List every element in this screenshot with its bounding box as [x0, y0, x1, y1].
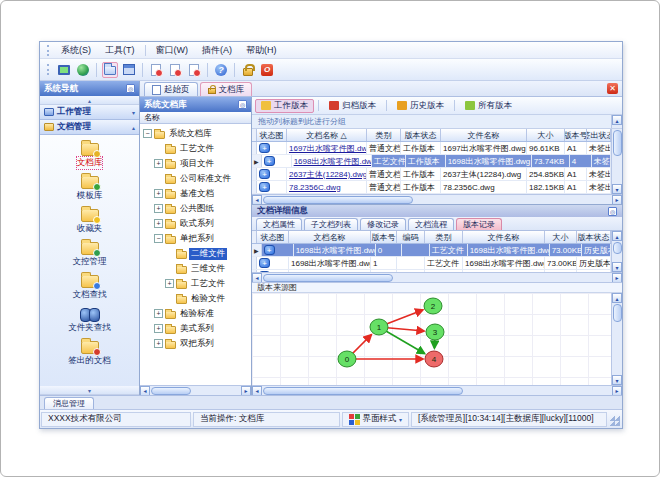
table-row[interactable]: +78.2356C.dwg普通文档工作版本78.2356C.dwg182.15K… [252, 181, 611, 194]
document-link[interactable]: 78.2356C.dwg [289, 183, 341, 192]
tree-node-工艺文件[interactable]: 工艺文件 [140, 141, 251, 156]
column-header-状态图[interactable]: 状态图 [257, 231, 289, 243]
chevron-up-icon[interactable]: ▴ [132, 124, 135, 131]
detail-tab-修改记录[interactable]: 修改记录 [360, 218, 406, 230]
menu-item-3[interactable]: 插件(A) [196, 43, 238, 58]
work-table-hscrollbar[interactable]: ◂▸ [252, 194, 622, 204]
sidebar-group-1[interactable]: 文档管理▴ [40, 120, 139, 135]
tab-message-management[interactable]: 消息管理 [44, 397, 94, 409]
globe-icon[interactable] [75, 62, 91, 78]
sidebar-item-3[interactable]: 文控管理 [44, 238, 136, 271]
display-icon[interactable] [56, 62, 72, 78]
tree-toggle-icon[interactable]: + [154, 159, 163, 168]
sidebar-collapse-strip-bottom[interactable]: ▾ [40, 386, 139, 395]
tree-node-公司标准文件[interactable]: 公司标准文件 [140, 171, 251, 186]
tree-node-基准文档[interactable]: +基准文档 [140, 186, 251, 201]
version-filter-所有版本[interactable]: 所有版本 [459, 99, 518, 113]
sidebar-collapse-strip-top[interactable]: ▴ [40, 96, 139, 105]
tree-toggle-icon[interactable]: + [165, 279, 174, 288]
tree-node-二维文件[interactable]: 二维文件 [140, 246, 251, 261]
tree-node-工艺文件[interactable]: +工艺文件 [140, 276, 251, 291]
menu-item-0[interactable]: 系统(S) [55, 43, 97, 58]
menu-grip[interactable] [47, 45, 50, 56]
detail-tab-子文档列表[interactable]: 子文档列表 [304, 218, 358, 230]
pin-icon[interactable]: ◎ [126, 84, 135, 93]
pin-icon[interactable]: ◎ [608, 207, 617, 216]
column-header-大小[interactable]: 大小 [527, 129, 565, 141]
document-link[interactable]: 1698出水嘴零件图.dwg [294, 156, 372, 167]
version-filter-历史版本[interactable]: 历史版本 [391, 99, 450, 113]
table-row[interactable]: ▶+1698出水嘴零件图.dwg0工艺文件1698出水嘴零件图.dwg73.00… [252, 244, 611, 257]
column-header-文件名称[interactable]: 文件名称 [441, 129, 527, 141]
column-header-签出状态[interactable]: 签出状态 [587, 129, 611, 141]
tree-node-公共图纸[interactable]: +公共图纸 [140, 201, 251, 216]
sidebar-item-6[interactable]: 签出的文档 [44, 337, 136, 370]
detail-tab-文档流程[interactable]: 文档流程 [408, 218, 454, 230]
table-row[interactable]: ▶+1698出水嘴零件图.dwg工艺文件工作版本1698出水嘴零件图.dwg73… [252, 155, 611, 168]
tree-toggle-icon[interactable]: − [154, 234, 163, 243]
tab-起始页[interactable]: 起始页 [144, 82, 198, 96]
sidebar-item-1[interactable]: 模板库 [44, 172, 136, 205]
tree-node-系统文档库[interactable]: −系统文档库 [140, 126, 251, 141]
graph-hscrollbar[interactable]: ◂▸ [252, 385, 622, 395]
sidebar-item-5[interactable]: 文件夹查找 [44, 304, 136, 337]
tab-文档库[interactable]: 文档库 [200, 82, 253, 96]
tree-toggle-icon[interactable]: + [154, 219, 163, 228]
menu-item-2[interactable]: 窗口(W) [150, 43, 195, 58]
table-row[interactable]: +1698出水嘴零件图.dwg2工艺文件1698出水嘴零件图.dwg73.00K… [252, 270, 611, 272]
sidebar-item-4[interactable]: 文档查找 [44, 271, 136, 304]
tree-toggle-icon[interactable]: + [154, 204, 163, 213]
detail-tab-版本记录[interactable]: 版本记录 [456, 218, 502, 230]
tree-node-双把系列[interactable]: +双把系列 [140, 336, 251, 351]
work-table-vscrollbar[interactable]: ▾ [611, 129, 622, 194]
tree-node-单把系列[interactable]: −单把系列 [140, 231, 251, 246]
version-table-vscrollbar[interactable]: ▴▾ [611, 231, 622, 272]
logout-icon[interactable]: O [259, 62, 275, 78]
interface-style-button[interactable]: 界面样式 ▾ [342, 412, 409, 427]
version-filter-归档版本[interactable]: 归档版本 [323, 99, 382, 113]
tree-node-检验标准[interactable]: +检验标准 [140, 306, 251, 321]
resize-grip[interactable] [610, 416, 620, 426]
detail-tab-文档属性[interactable]: 文档属性 [256, 218, 302, 230]
tree-node-检验文件[interactable]: 检验文件 [140, 291, 251, 306]
sidebar-group-0[interactable]: 工作管理▾ [40, 105, 139, 120]
close-icon[interactable]: ✕ [607, 83, 618, 94]
column-header-大小[interactable]: 大小 [545, 231, 577, 243]
version-graph-canvas[interactable]: 01234 [252, 293, 611, 385]
table-row[interactable]: +2637主体(12284).dwg普通文档工作版本2637主体(12284).… [252, 168, 611, 181]
tree-column-header[interactable]: 名称 [140, 112, 251, 124]
help-icon[interactable]: ? [213, 62, 229, 78]
tree-node-三维文件[interactable]: 三维文件 [140, 261, 251, 276]
column-header-文档名称[interactable]: 文档名称 [289, 231, 371, 243]
table-row[interactable]: +1697出水嘴零件图.dwg普通文档工作版本1697出水嘴零件图.dwg96.… [252, 142, 611, 155]
version-filter-工作版本[interactable]: 工作版本 [255, 99, 314, 113]
menu-item-4[interactable]: 帮助(H) [240, 43, 283, 58]
toolbar-grip[interactable] [47, 64, 50, 75]
table-row[interactable]: +1698出水嘴零件图.dwg1工艺文件1698出水嘴零件图.dwg73.00K… [252, 257, 611, 270]
tree-toggle-icon[interactable]: − [143, 129, 152, 138]
sidebar-item-2[interactable]: 收藏夹 [44, 205, 136, 238]
work-table-vscrollbar-top[interactable]: ▴ [611, 115, 622, 128]
lock-icon[interactable] [240, 62, 256, 78]
document-link[interactable]: 1697出水嘴零件图.dwg [289, 143, 367, 154]
pin-icon[interactable]: ◎ [238, 100, 247, 109]
graph-vscrollbar[interactable]: ▴▾ [611, 293, 622, 385]
column-header-版本状态[interactable]: 版本状态 [401, 129, 441, 141]
column-header-文档名称[interactable]: 文档名称 △ [287, 129, 367, 141]
document-checkout-icon[interactable] [167, 62, 183, 78]
tree-toggle-icon[interactable]: + [154, 324, 163, 333]
column-header-文件名称[interactable]: 文件名称 [463, 231, 545, 243]
workspace-icon[interactable] [121, 62, 137, 78]
tree-toggle-icon[interactable]: + [154, 339, 163, 348]
column-header-类别[interactable]: 类别 [425, 231, 463, 243]
tree-node-项目文件[interactable]: +项目文件 [140, 156, 251, 171]
column-header-版本号[interactable]: 版本号 [371, 231, 397, 243]
column-header-类别[interactable]: 类别 [367, 129, 401, 141]
column-header-编码[interactable]: 编码 [397, 231, 425, 243]
tree-hscrollbar[interactable]: ◂▸ [140, 385, 251, 395]
tree-toggle-icon[interactable]: + [154, 189, 163, 198]
column-header-版本号[interactable]: 版本号 [565, 129, 587, 141]
column-header-状态图[interactable]: 状态图 [257, 129, 287, 141]
column-header-版本状态[interactable]: 版本状态 [577, 231, 611, 243]
sidebar-item-0[interactable]: 文档库 [44, 139, 136, 172]
